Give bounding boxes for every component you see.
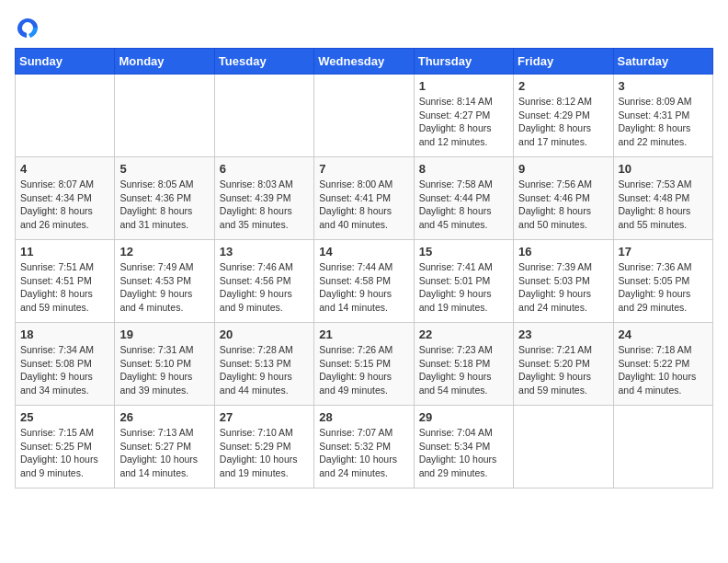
calendar-week-row: 11Sunrise: 7:51 AM Sunset: 4:51 PM Dayli…: [16, 240, 713, 323]
calendar-cell: 21Sunrise: 7:26 AM Sunset: 5:15 PM Dayli…: [314, 323, 414, 406]
day-info: Sunrise: 8:07 AM Sunset: 4:34 PM Dayligh…: [20, 178, 109, 232]
day-info: Sunrise: 8:05 AM Sunset: 4:36 PM Dayligh…: [119, 178, 209, 232]
calendar-cell: [613, 406, 712, 488]
page-header: [15, 15, 713, 40]
day-header-saturday: Saturday: [613, 49, 712, 75]
day-info: Sunrise: 7:53 AM Sunset: 4:48 PM Dayligh…: [619, 178, 708, 232]
calendar-cell: 5Sunrise: 8:05 AM Sunset: 4:36 PM Daylig…: [115, 157, 214, 240]
day-info: Sunrise: 7:51 AM Sunset: 4:51 PM Dayligh…: [20, 260, 109, 315]
day-info: Sunrise: 8:12 AM Sunset: 4:29 PM Dayligh…: [518, 95, 608, 149]
day-info: Sunrise: 7:34 AM Sunset: 5:08 PM Dayligh…: [20, 343, 109, 397]
calendar-cell: 3Sunrise: 8:09 AM Sunset: 4:31 PM Daylig…: [613, 75, 712, 157]
day-number: 19: [119, 327, 209, 341]
day-number: 25: [20, 410, 109, 424]
calendar-cell: [214, 75, 313, 157]
day-number: 12: [119, 245, 209, 259]
calendar-cell: [514, 406, 613, 488]
calendar-cell: 1Sunrise: 8:14 AM Sunset: 4:27 PM Daylig…: [414, 75, 513, 157]
day-number: 3: [619, 79, 708, 93]
calendar-cell: 9Sunrise: 7:56 AM Sunset: 4:46 PM Daylig…: [514, 157, 613, 240]
calendar-cell: 29Sunrise: 7:04 AM Sunset: 5:34 PM Dayli…: [414, 406, 513, 488]
calendar-cell: 10Sunrise: 7:53 AM Sunset: 4:48 PM Dayli…: [613, 157, 712, 240]
day-number: 11: [20, 245, 109, 259]
day-info: Sunrise: 7:44 AM Sunset: 4:58 PM Dayligh…: [319, 260, 408, 315]
calendar-header-row: SundayMondayTuesdayWednesdayThursdayFrid…: [16, 49, 713, 75]
day-number: 22: [419, 327, 508, 341]
calendar-cell: [314, 75, 414, 157]
calendar-cell: 15Sunrise: 7:41 AM Sunset: 5:01 PM Dayli…: [414, 240, 513, 323]
calendar-cell: 2Sunrise: 8:12 AM Sunset: 4:29 PM Daylig…: [514, 75, 613, 157]
logo: [15, 15, 44, 40]
calendar-cell: 4Sunrise: 8:07 AM Sunset: 4:34 PM Daylig…: [16, 157, 115, 240]
day-info: Sunrise: 7:21 AM Sunset: 5:20 PM Dayligh…: [518, 343, 608, 397]
day-number: 2: [518, 79, 608, 93]
day-number: 13: [220, 245, 309, 259]
calendar-week-row: 18Sunrise: 7:34 AM Sunset: 5:08 PM Dayli…: [16, 323, 713, 406]
calendar-cell: 16Sunrise: 7:39 AM Sunset: 5:03 PM Dayli…: [514, 240, 613, 323]
day-info: Sunrise: 7:46 AM Sunset: 4:56 PM Dayligh…: [220, 260, 309, 315]
day-header-wednesday: Wednesday: [314, 49, 414, 75]
calendar-cell: 14Sunrise: 7:44 AM Sunset: 4:58 PM Dayli…: [314, 240, 414, 323]
day-number: 6: [220, 162, 309, 176]
day-number: 23: [518, 327, 608, 341]
day-number: 14: [319, 245, 408, 259]
day-info: Sunrise: 8:09 AM Sunset: 4:31 PM Dayligh…: [619, 95, 708, 149]
day-number: 27: [220, 410, 309, 424]
calendar-cell: 27Sunrise: 7:10 AM Sunset: 5:29 PM Dayli…: [214, 406, 313, 488]
day-number: 20: [220, 327, 309, 341]
day-number: 5: [119, 162, 209, 176]
day-number: 17: [619, 245, 708, 259]
day-info: Sunrise: 7:39 AM Sunset: 5:03 PM Dayligh…: [518, 260, 608, 315]
day-info: Sunrise: 7:28 AM Sunset: 5:13 PM Dayligh…: [220, 343, 309, 397]
calendar-cell: 22Sunrise: 7:23 AM Sunset: 5:18 PM Dayli…: [414, 323, 513, 406]
day-info: Sunrise: 7:13 AM Sunset: 5:27 PM Dayligh…: [119, 426, 209, 480]
calendar-cell: 12Sunrise: 7:49 AM Sunset: 4:53 PM Dayli…: [115, 240, 214, 323]
day-number: 9: [518, 162, 608, 176]
day-number: 26: [119, 410, 209, 424]
calendar-cell: 18Sunrise: 7:34 AM Sunset: 5:08 PM Dayli…: [16, 323, 115, 406]
day-number: 8: [419, 162, 508, 176]
calendar-table: SundayMondayTuesdayWednesdayThursdayFrid…: [15, 48, 713, 488]
day-info: Sunrise: 7:15 AM Sunset: 5:25 PM Dayligh…: [20, 426, 109, 480]
day-number: 24: [619, 327, 708, 341]
day-info: Sunrise: 8:00 AM Sunset: 4:41 PM Dayligh…: [319, 178, 408, 232]
day-number: 18: [20, 327, 109, 341]
day-info: Sunrise: 7:58 AM Sunset: 4:44 PM Dayligh…: [419, 178, 508, 232]
calendar-week-row: 25Sunrise: 7:15 AM Sunset: 5:25 PM Dayli…: [16, 406, 713, 488]
day-info: Sunrise: 7:31 AM Sunset: 5:10 PM Dayligh…: [119, 343, 209, 397]
calendar-cell: 11Sunrise: 7:51 AM Sunset: 4:51 PM Dayli…: [16, 240, 115, 323]
day-info: Sunrise: 8:14 AM Sunset: 4:27 PM Dayligh…: [419, 95, 508, 149]
calendar-cell: 25Sunrise: 7:15 AM Sunset: 5:25 PM Dayli…: [16, 406, 115, 488]
calendar-cell: 19Sunrise: 7:31 AM Sunset: 5:10 PM Dayli…: [115, 323, 214, 406]
calendar-cell: 17Sunrise: 7:36 AM Sunset: 5:05 PM Dayli…: [613, 240, 712, 323]
calendar-week-row: 1Sunrise: 8:14 AM Sunset: 4:27 PM Daylig…: [16, 75, 713, 157]
day-header-friday: Friday: [514, 49, 613, 75]
calendar-cell: [115, 75, 214, 157]
day-number: 7: [319, 162, 408, 176]
day-info: Sunrise: 7:10 AM Sunset: 5:29 PM Dayligh…: [220, 426, 309, 480]
day-number: 4: [20, 162, 109, 176]
day-info: Sunrise: 7:49 AM Sunset: 4:53 PM Dayligh…: [119, 260, 209, 315]
day-number: 10: [619, 162, 708, 176]
day-info: Sunrise: 7:23 AM Sunset: 5:18 PM Dayligh…: [419, 343, 508, 397]
day-number: 16: [518, 245, 608, 259]
day-header-thursday: Thursday: [414, 49, 513, 75]
day-info: Sunrise: 7:36 AM Sunset: 5:05 PM Dayligh…: [619, 260, 708, 315]
day-info: Sunrise: 7:56 AM Sunset: 4:46 PM Dayligh…: [518, 178, 608, 232]
day-number: 1: [419, 79, 508, 93]
calendar-cell: 7Sunrise: 8:00 AM Sunset: 4:41 PM Daylig…: [314, 157, 414, 240]
day-info: Sunrise: 7:04 AM Sunset: 5:34 PM Dayligh…: [419, 426, 508, 480]
calendar-cell: 8Sunrise: 7:58 AM Sunset: 4:44 PM Daylig…: [414, 157, 513, 240]
calendar-cell: 6Sunrise: 8:03 AM Sunset: 4:39 PM Daylig…: [214, 157, 313, 240]
day-header-sunday: Sunday: [16, 49, 115, 75]
day-info: Sunrise: 7:41 AM Sunset: 5:01 PM Dayligh…: [419, 260, 508, 315]
day-header-monday: Monday: [115, 49, 214, 75]
day-info: Sunrise: 7:26 AM Sunset: 5:15 PM Dayligh…: [319, 343, 408, 397]
calendar-cell: 26Sunrise: 7:13 AM Sunset: 5:27 PM Dayli…: [115, 406, 214, 488]
calendar-cell: 24Sunrise: 7:18 AM Sunset: 5:22 PM Dayli…: [613, 323, 712, 406]
day-info: Sunrise: 7:18 AM Sunset: 5:22 PM Dayligh…: [619, 343, 708, 397]
calendar-cell: 28Sunrise: 7:07 AM Sunset: 5:32 PM Dayli…: [314, 406, 414, 488]
day-number: 15: [419, 245, 508, 259]
day-number: 21: [319, 327, 408, 341]
calendar-week-row: 4Sunrise: 8:07 AM Sunset: 4:34 PM Daylig…: [16, 157, 713, 240]
